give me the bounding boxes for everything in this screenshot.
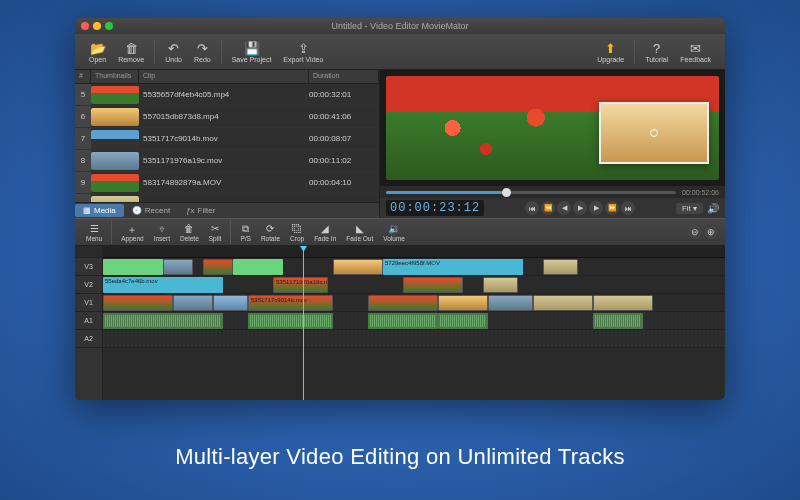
zoom-in-button[interactable]: ⊕ [704, 225, 718, 239]
redo-button[interactable]: ↷Redo [188, 40, 217, 63]
fadein-button[interactable]: ◢Fade In [309, 223, 341, 242]
play-button[interactable]: ▶ [573, 201, 587, 215]
timeline-clip[interactable]: 5351717c9014b.mov [248, 295, 333, 311]
track-a1[interactable] [103, 312, 725, 330]
track-v1[interactable]: 5351717c9014b.mov [103, 294, 725, 312]
track-v2[interactable]: 55eda4c7e46b.mov 5351171976a19c.mov [103, 276, 725, 294]
row-num: 9 [75, 172, 91, 193]
scrub-knob[interactable] [502, 188, 511, 197]
col-duration[interactable]: Duration [309, 70, 379, 83]
timeline-clip[interactable] [403, 277, 463, 293]
volume-button[interactable]: 🔉Volume [378, 223, 410, 242]
col-clip[interactable]: Clip [139, 70, 309, 83]
timeline-clip[interactable] [438, 295, 488, 311]
media-row[interactable]: 85351171976a19c.mov00:00:11:02 [75, 150, 379, 172]
audio-clip[interactable] [438, 313, 488, 329]
rewind-button[interactable]: ⏪ [541, 201, 555, 215]
preview-frame[interactable] [386, 76, 719, 180]
track-v3[interactable]: 5729eec4f958f.MOV [103, 258, 725, 276]
track-label-v1[interactable]: V1 [75, 294, 102, 312]
split-button[interactable]: ✂Split [204, 223, 227, 242]
audio-clip[interactable] [248, 313, 333, 329]
timeline-clip[interactable] [333, 259, 383, 275]
timeline-clip[interactable] [163, 259, 193, 275]
minimize-icon[interactable] [93, 22, 101, 30]
tutorial-button[interactable]: ?Tutorial [639, 40, 674, 63]
save-project-button[interactable]: 💾Save Project [226, 40, 278, 63]
tracks-area[interactable]: 5729eec4f958f.MOV 55eda4c7e46b.mov 53511… [103, 246, 725, 400]
timecode: 00:00:23:12 [386, 200, 484, 216]
timeline-clip[interactable]: 5351171976a19c.mov [273, 277, 328, 293]
media-row[interactable]: 75351717c9014b.mov00:00:08:07 [75, 128, 379, 150]
timeline-clip[interactable] [543, 259, 578, 275]
row-num: 8 [75, 150, 91, 171]
fadeout-button[interactable]: ◣Fade Out [341, 223, 378, 242]
remove-button[interactable]: 🗑Remove [112, 40, 150, 63]
timeline-clip[interactable]: 5729eec4f958f.MOV [383, 259, 523, 275]
track-label-v3[interactable]: V3 [75, 258, 102, 276]
skip-start-button[interactable]: ⏮ [525, 201, 539, 215]
col-thumb[interactable]: Thumbnails [91, 70, 139, 83]
total-time: 00:00:52:06 [682, 189, 719, 196]
close-icon[interactable] [81, 22, 89, 30]
timeline-clip[interactable] [488, 295, 533, 311]
redo-icon: ↷ [197, 40, 208, 56]
ps-button[interactable]: ⧉P/S [235, 223, 255, 242]
timeline-clip[interactable] [103, 295, 173, 311]
audio-clip[interactable] [103, 313, 223, 329]
timeline-clip[interactable] [368, 295, 438, 311]
timeline-clip[interactable] [103, 259, 163, 275]
menu-button[interactable]: ☰Menu [81, 223, 107, 242]
clip-duration: 00:00:11:02 [309, 156, 379, 165]
clip-duration: 00:00:08:07 [309, 134, 379, 143]
separator [221, 40, 222, 64]
timeline-clip[interactable]: 55eda4c7e46b.mov [103, 277, 223, 293]
track-label-v2[interactable]: V2 [75, 276, 102, 294]
media-row[interactable]: 10Wheat field.mov00:00:27:13 [75, 194, 379, 202]
skip-end-button[interactable]: ⏭ [621, 201, 635, 215]
zoom-out-button[interactable]: ⊖ [688, 225, 702, 239]
export-video-button[interactable]: ⇪Export Video [277, 40, 329, 63]
track-a2[interactable] [103, 330, 725, 348]
media-row[interactable]: 9583174892879a.MOV00:00:04:10 [75, 172, 379, 194]
volume-icon[interactable]: 🔊 [707, 203, 719, 214]
timeline-clip[interactable] [173, 295, 213, 311]
media-row[interactable]: 55535657df4eb4c05.mp400:00:32:01 [75, 84, 379, 106]
timeline-clip[interactable] [593, 295, 653, 311]
media-row[interactable]: 6557015db873d8.mp400:00:41:06 [75, 106, 379, 128]
delete-button[interactable]: 🗑Delete [175, 223, 204, 242]
col-num[interactable]: # [75, 70, 91, 83]
next-frame-button[interactable]: ▶ [589, 201, 603, 215]
timeline-clip[interactable] [483, 277, 518, 293]
track-label-a2[interactable]: A2 [75, 330, 102, 348]
scrub-bar[interactable] [386, 191, 676, 194]
forward-button[interactable]: ⏩ [605, 201, 619, 215]
audio-clip[interactable] [368, 313, 438, 329]
zoom-fit-select[interactable]: Fit ▾ [676, 203, 703, 214]
open-button[interactable]: 📂Open [83, 40, 112, 63]
playhead[interactable] [303, 246, 304, 400]
append-button[interactable]: ＋Append [116, 223, 148, 242]
time-ruler[interactable] [103, 246, 725, 258]
timeline-clip[interactable] [233, 259, 283, 275]
timeline-clip[interactable] [203, 259, 233, 275]
maximize-icon[interactable] [105, 22, 113, 30]
rotate-button[interactable]: ⟳Rotate [256, 223, 285, 242]
thumbnail [91, 152, 139, 170]
audio-clip[interactable] [593, 313, 643, 329]
tab-recent[interactable]: 🕘Recent [124, 204, 178, 217]
pip-overlay[interactable] [599, 102, 709, 164]
thumbnail [91, 108, 139, 126]
timeline-clip[interactable] [213, 295, 248, 311]
prev-frame-button[interactable]: ◀ [557, 201, 571, 215]
undo-button[interactable]: ↶Undo [159, 40, 188, 63]
upgrade-button[interactable]: ⬆Upgrade [591, 40, 630, 63]
crop-button[interactable]: ⿻Crop [285, 223, 309, 242]
track-label-a1[interactable]: A1 [75, 312, 102, 330]
insert-button[interactable]: ⎀Insert [149, 223, 175, 242]
tab-media[interactable]: ▦Media [75, 204, 124, 217]
thumbnail [91, 174, 139, 192]
timeline-clip[interactable] [533, 295, 593, 311]
tab-filter[interactable]: ƒxFilter [178, 204, 223, 217]
feedback-button[interactable]: ✉Feedback [674, 40, 717, 63]
